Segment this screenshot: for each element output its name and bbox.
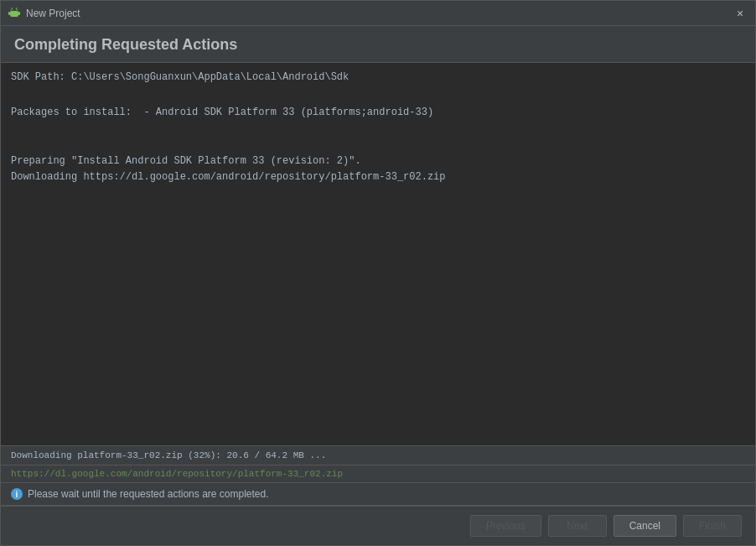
next-button[interactable]: Next xyxy=(548,515,607,537)
url-text: https://dl.google.com/android/repository… xyxy=(11,469,343,479)
svg-line-5 xyxy=(11,8,13,10)
cancel-button[interactable]: Cancel xyxy=(614,515,676,537)
downloading-log-line: Downloading https://dl.google.com/androi… xyxy=(11,169,745,185)
content-area: SDK Path: C:\Users\SongGuanxun\AppData\L… xyxy=(1,63,755,506)
info-message: Please wait until the requested actions … xyxy=(28,488,269,500)
url-bar: https://dl.google.com/android/repository… xyxy=(1,465,755,482)
svg-rect-3 xyxy=(8,12,10,15)
status-bar: Downloading platform-33_r02.zip (32%): 2… xyxy=(1,446,755,465)
footer: Previous Next Cancel Finish xyxy=(1,506,755,545)
sdk-path-line: SDK Path: C:\Users\SongGuanxun\AppData\L… xyxy=(11,70,745,86)
close-button[interactable]: × xyxy=(732,5,748,22)
svg-point-7 xyxy=(12,8,13,9)
svg-rect-2 xyxy=(10,11,18,17)
sdk-path-value: C:\Users\SongGuanxun\AppData\Local\Andro… xyxy=(71,71,349,83)
main-window: New Project × Completing Requested Actio… xyxy=(0,0,756,546)
svg-rect-4 xyxy=(18,12,20,15)
progress-text: Downloading platform-33_r02.zip (32%): 2… xyxy=(11,450,326,460)
preparing-line: Preparing "Install Android SDK Platform … xyxy=(11,153,745,169)
sdk-path-label: SDK Path: xyxy=(11,71,65,83)
title-bar: New Project × xyxy=(1,1,755,26)
svg-point-8 xyxy=(16,8,18,9)
packages-line: Packages to install: - Android SDK Platf… xyxy=(11,105,745,121)
info-bar: i Please wait until the requested action… xyxy=(1,482,755,506)
android-icon xyxy=(8,7,21,20)
page-title: Completing Requested Actions xyxy=(1,26,755,63)
info-icon-label: i xyxy=(16,490,18,499)
svg-line-6 xyxy=(17,8,18,10)
info-icon: i xyxy=(11,488,23,500)
title-bar-text: New Project xyxy=(26,8,732,19)
previous-button[interactable]: Previous xyxy=(470,515,541,537)
finish-button[interactable]: Finish xyxy=(683,515,742,537)
log-area[interactable]: SDK Path: C:\Users\SongGuanxun\AppData\L… xyxy=(1,63,755,445)
